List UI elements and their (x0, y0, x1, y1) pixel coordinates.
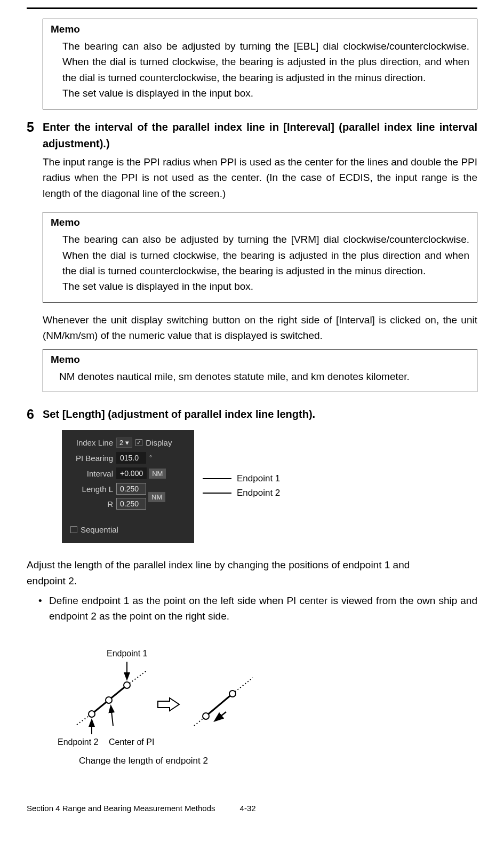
step-number: 5 (27, 119, 43, 135)
chevron-down-icon: ▾ (125, 439, 129, 447)
bullet-text: Define endpoint 1 as the point on the le… (49, 593, 477, 624)
memo-box-ebl: Memo The bearing can also be adjusted by… (43, 19, 477, 109)
memo-body: NM denotes nautical mile, sm denotes sta… (51, 369, 469, 384)
svg-point-5 (89, 711, 95, 717)
interval-label: Interval (67, 469, 116, 478)
pi-bearing-input[interactable]: 015.0 (116, 452, 146, 464)
leader-line (203, 493, 231, 494)
svg-line-11 (206, 694, 233, 716)
step-description: The input range is the PPI radius when P… (43, 154, 477, 201)
callout-endpoint-1: Endpoint 1 (237, 474, 280, 483)
step-heading: Enter the interval of the parallel index… (43, 119, 477, 152)
svg-point-3 (124, 682, 130, 688)
svg-point-13 (203, 713, 209, 719)
footer-page: 4-32 (240, 804, 256, 813)
page-footer: Section 4 Range and Bearing Measurement … (27, 804, 477, 813)
dia-endpoint1-label: Endpoint 1 (107, 649, 148, 658)
memo-body: The bearing can also be adjusted by turn… (51, 38, 469, 101)
interval-unit-button[interactable]: NM (149, 469, 166, 479)
sequential-label: Sequential (81, 525, 118, 534)
length-l-input[interactable]: 0.250 (116, 483, 146, 495)
dia-center-label: Center of PI (109, 737, 154, 747)
interval-input[interactable]: +0.000 (116, 467, 147, 479)
display-label: Display (146, 438, 172, 447)
leader-line (203, 478, 231, 479)
step-5: 5 Enter the interval of the parallel ind… (27, 119, 477, 201)
svg-line-1 (127, 670, 147, 685)
checkbox-icon (70, 526, 77, 533)
svg-line-14 (215, 712, 226, 720)
top-rule (27, 7, 477, 9)
length-unit-button[interactable]: NM (148, 492, 165, 502)
svg-line-7 (111, 707, 113, 726)
dia-endpoint2-label: Endpoint 2 (58, 737, 99, 747)
callout-endpoint-2: Endpoint 2 (237, 488, 280, 497)
index-line-dropdown[interactable]: 2 ▾ (116, 438, 132, 448)
memo-title: Memo (51, 354, 469, 366)
step-6: 6 Set [Length] (adjustment of parallel i… (27, 406, 477, 543)
svg-point-12 (229, 691, 236, 697)
callout-column: Endpoint 1 Endpoint 2 (194, 430, 280, 503)
memo-box-vrm: Memo The bearing can also be adjusted by… (43, 212, 477, 303)
svg-point-4 (106, 697, 112, 703)
length-r-label: R (67, 499, 116, 509)
bullet-item: • Define endpoint 1 as the point on the … (38, 593, 477, 624)
adjust-paragraph: Adjust the length of the parallel index … (27, 557, 451, 589)
length-l-label: Length L (67, 485, 116, 494)
diagram-caption: Change the length of endpoint 2 (79, 756, 271, 766)
memo-body: The bearing can also be adjusted by turn… (51, 232, 469, 295)
degree-icon: ° (149, 454, 152, 462)
endpoint-diagram: Endpoint 1 Endpoint 2 Center of PI Chang… (58, 640, 271, 766)
sequential-checkbox[interactable]: Sequential (70, 525, 118, 534)
svg-line-10 (233, 678, 253, 694)
pi-bearing-label: PI Bearing (67, 454, 116, 463)
index-line-value: 2 (119, 439, 123, 447)
bullet-icon: • (38, 593, 49, 624)
pi-settings-panel: Index Line 2 ▾ Display PI Bearing (62, 430, 194, 543)
memo-box-units: Memo NM denotes nautical mile, sm denote… (43, 349, 477, 392)
memo-title: Memo (51, 23, 469, 35)
length-r-input[interactable]: 0.250 (116, 498, 146, 510)
footer-section: Section 4 Range and Bearing Measurement … (27, 804, 215, 813)
step-number: 6 (27, 406, 43, 422)
step-heading: Set [Length] (adjustment of parallel ind… (43, 406, 477, 423)
checkbox-icon (135, 439, 142, 446)
memo-title: Memo (51, 217, 469, 228)
interval-unit-para: Whenever the unit display switching butt… (43, 312, 477, 344)
index-line-label: Index Line (67, 438, 116, 447)
display-checkbox[interactable]: Display (135, 438, 172, 447)
